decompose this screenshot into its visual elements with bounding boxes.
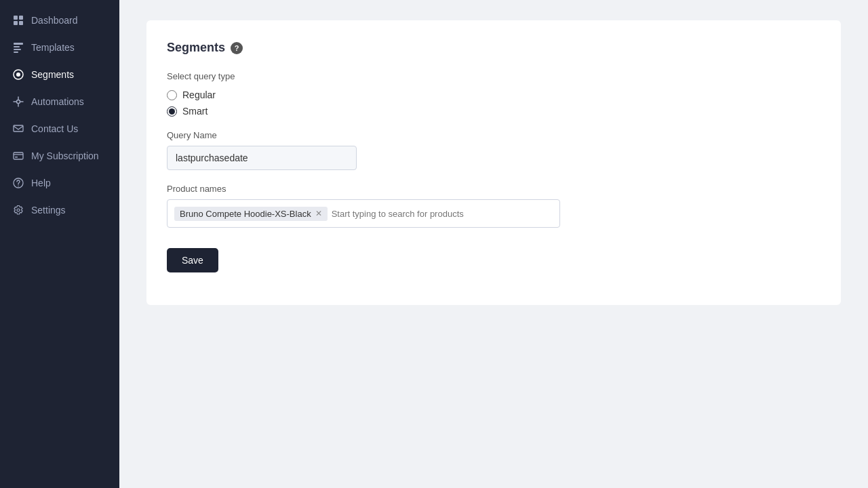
radio-regular[interactable] bbox=[167, 90, 177, 100]
product-names-label: Product names bbox=[167, 184, 821, 194]
svg-rect-5 bbox=[14, 46, 20, 47]
svg-point-9 bbox=[16, 73, 20, 77]
product-tag: Bruno Compete Hoodie-XS-Black ✕ bbox=[174, 207, 328, 221]
sidebar: Dashboard Templates Segments bbox=[0, 0, 119, 488]
sidebar-label-templates: Templates bbox=[31, 42, 75, 53]
dashboard-icon bbox=[12, 14, 24, 26]
svg-rect-6 bbox=[14, 49, 21, 50]
automations-icon bbox=[12, 96, 24, 108]
subscription-icon bbox=[12, 150, 24, 162]
svg-point-10 bbox=[17, 100, 20, 104]
sidebar-label-settings: Settings bbox=[31, 205, 66, 216]
templates-icon bbox=[12, 41, 24, 54]
product-search-box[interactable]: Bruno Compete Hoodie-XS-Black ✕ bbox=[167, 199, 560, 228]
sidebar-item-settings[interactable]: Settings bbox=[0, 197, 119, 224]
sidebar-label-contact-us: Contact Us bbox=[31, 123, 78, 134]
svg-point-15 bbox=[17, 209, 20, 211]
radio-regular-label: Regular bbox=[182, 89, 216, 100]
sidebar-label-dashboard: Dashboard bbox=[31, 15, 78, 26]
query-name-input[interactable] bbox=[167, 146, 357, 170]
svg-rect-12 bbox=[15, 157, 18, 158]
page-title: Segments ? bbox=[167, 41, 821, 55]
contact-icon bbox=[12, 123, 24, 135]
save-button[interactable]: Save bbox=[167, 248, 218, 272]
svg-rect-4 bbox=[14, 43, 23, 45]
sidebar-item-contact-us[interactable]: Contact Us bbox=[0, 115, 119, 142]
sidebar-label-help: Help bbox=[31, 178, 51, 188]
radio-smart-label: Smart bbox=[182, 106, 208, 117]
segments-icon bbox=[12, 68, 24, 81]
settings-icon bbox=[12, 204, 24, 216]
radio-option-smart[interactable]: Smart bbox=[167, 106, 821, 117]
sidebar-item-dashboard[interactable]: Dashboard bbox=[0, 7, 119, 34]
svg-rect-0 bbox=[14, 16, 18, 20]
query-type-label: Select query type bbox=[167, 71, 821, 81]
query-name-label: Query Name bbox=[167, 130, 821, 140]
sidebar-label-automations: Automations bbox=[31, 96, 84, 107]
sidebar-item-my-subscription[interactable]: My Subscription bbox=[0, 142, 119, 169]
query-type-radio-group: Regular Smart bbox=[167, 89, 821, 117]
svg-rect-2 bbox=[14, 21, 18, 25]
product-search-input[interactable] bbox=[332, 209, 553, 219]
svg-rect-11 bbox=[14, 152, 23, 159]
svg-rect-7 bbox=[14, 52, 18, 53]
sidebar-label-segments: Segments bbox=[31, 69, 74, 80]
sidebar-label-my-subscription: My Subscription bbox=[31, 150, 99, 161]
svg-rect-1 bbox=[19, 16, 23, 20]
radio-option-regular[interactable]: Regular bbox=[167, 89, 821, 100]
sidebar-item-automations[interactable]: Automations bbox=[0, 88, 119, 115]
sidebar-item-templates[interactable]: Templates bbox=[0, 34, 119, 61]
sidebar-item-segments[interactable]: Segments bbox=[0, 61, 119, 88]
sidebar-item-help[interactable]: Help bbox=[0, 169, 119, 197]
segments-help-icon[interactable]: ? bbox=[231, 42, 243, 54]
svg-rect-3 bbox=[19, 21, 23, 25]
product-tag-remove[interactable]: ✕ bbox=[315, 209, 322, 218]
product-tag-text: Bruno Compete Hoodie-XS-Black bbox=[180, 209, 311, 219]
help-icon bbox=[12, 177, 24, 189]
main-content: Segments ? Select query type Regular Sma… bbox=[119, 0, 868, 488]
page-title-text: Segments bbox=[167, 41, 225, 55]
segments-card: Segments ? Select query type Regular Sma… bbox=[146, 20, 841, 305]
radio-smart[interactable] bbox=[167, 106, 177, 117]
svg-point-14 bbox=[18, 186, 18, 186]
